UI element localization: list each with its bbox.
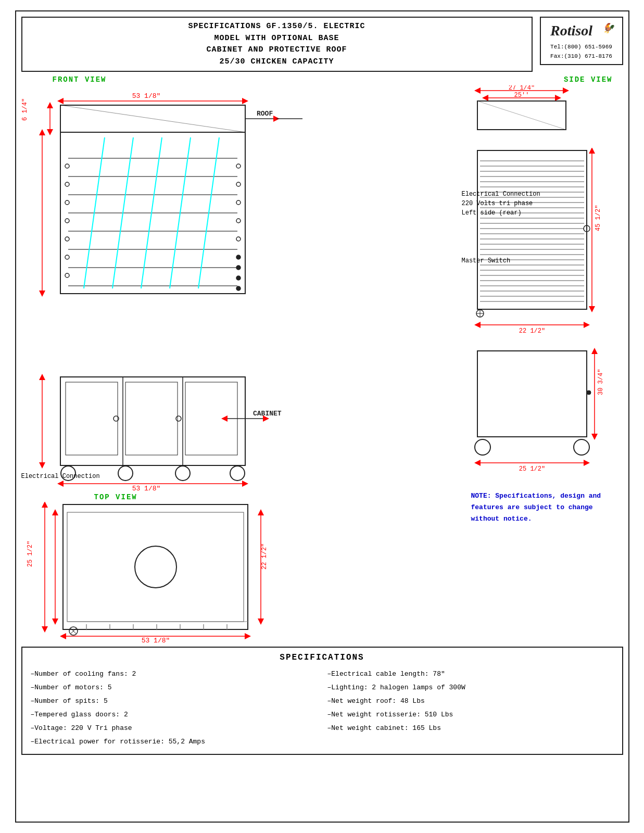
svg-point-35 — [236, 266, 241, 270]
title-line3: CABINET AND PROTECTIVE ROOF — [32, 44, 522, 56]
svg-point-22 — [65, 164, 69, 168]
spec-item: –Net weight roof: 48 Lbs — [327, 695, 614, 708]
side-view-label: SIDE VIEW — [564, 75, 613, 84]
svg-point-23 — [65, 182, 69, 186]
specs-left-col: –Number of cooling fans: 2 –Number of mo… — [31, 667, 317, 749]
svg-point-33 — [236, 237, 241, 241]
svg-line-89 — [477, 101, 566, 130]
note-text: NOTE: Specifications, design and feature… — [471, 490, 619, 525]
svg-point-31 — [236, 200, 241, 205]
svg-text:Rotisol: Rotisol — [550, 22, 592, 39]
svg-text:53  1/8": 53 1/8" — [141, 637, 170, 642]
svg-point-131 — [574, 439, 589, 455]
page: SPECIFICATIONS GF.1350/5. ELECTRIC MODEL… — [15, 10, 629, 823]
top-view-drawing: 27 1/4 25 1/2" 22 1/2" 53 1/8" — [21, 502, 457, 642]
svg-text:45 1/2": 45 1/2" — [595, 205, 602, 231]
logo-tel: Tel:(800) 651-5969 — [546, 43, 617, 52]
svg-point-24 — [65, 200, 69, 205]
front-view-drawing: 53 1/8" 6 1/4" — [21, 85, 457, 377]
svg-point-34 — [236, 255, 241, 259]
svg-text:30 3/4": 30 3/4" — [597, 369, 604, 395]
title-box: SPECIFICATIONS GF.1350/5. ELECTRIC MODEL… — [21, 17, 533, 72]
svg-text:22 1/2": 22 1/2" — [519, 327, 545, 335]
svg-point-29 — [236, 164, 241, 168]
spec-item: –Electrical power for rotisserie: 55,2 A… — [31, 735, 317, 749]
svg-text:22 1/2": 22 1/2" — [261, 544, 268, 570]
svg-point-37 — [236, 286, 241, 291]
svg-point-50 — [176, 416, 181, 421]
svg-point-52 — [118, 466, 133, 481]
spec-item: –Number of cooling fans: 2 — [31, 667, 317, 681]
master-switch-label: Master Switch — [462, 257, 511, 264]
svg-text:ROOF: ROOF — [257, 110, 273, 118]
side-cabinet-drawing: 30 3/4" 25 1/2" — [467, 346, 623, 476]
svg-text:53 1/8": 53 1/8" — [132, 92, 160, 100]
front-view-label: FRONT VIEW — [53, 75, 107, 84]
spec-item: –Voltage: 220 V Tri phase — [31, 722, 317, 735]
svg-rect-43 — [60, 377, 245, 465]
svg-point-68 — [135, 546, 176, 588]
svg-rect-46 — [66, 382, 118, 455]
svg-point-32 — [236, 219, 241, 223]
svg-point-28 — [65, 273, 69, 277]
svg-rect-127 — [477, 351, 587, 437]
svg-text:6 1/4": 6 1/4" — [21, 98, 29, 121]
svg-point-26 — [65, 237, 69, 241]
svg-text:25'': 25'' — [514, 92, 529, 99]
spec-item: –Number of spits: 5 — [31, 695, 317, 708]
svg-rect-47 — [125, 382, 178, 455]
svg-point-54 — [230, 466, 245, 481]
spec-item: –Net weight cabinet: 165 Lbs — [327, 722, 614, 735]
svg-text:CABINET: CABINET — [253, 410, 282, 418]
electrical-connection-label: Electrical Connection — [21, 472, 100, 481]
svg-text:🐓: 🐓 — [601, 22, 615, 34]
svg-rect-67 — [67, 512, 244, 622]
spec-item: –Number of motors: 5 — [31, 681, 317, 695]
svg-rect-92 — [477, 150, 587, 309]
svg-point-25 — [65, 219, 69, 223]
electrical-annotation: Electrical Connection 220 Volts tri phas… — [462, 190, 540, 218]
top-view-label: TOP VIEW — [94, 493, 137, 501]
spec-item: –Lighting: 2 halogen lamps of 300W — [327, 681, 614, 695]
title-line2: MODEL WITH OPTIONAL BASE — [32, 33, 522, 45]
svg-point-30 — [236, 182, 241, 186]
svg-text:27 1/4": 27 1/4" — [508, 85, 534, 92]
svg-text:25 1/2": 25 1/2" — [519, 465, 545, 473]
logo-fax: Fax:(310) 671-8176 — [546, 52, 617, 61]
specs-grid: –Number of cooling fans: 2 –Number of mo… — [31, 667, 614, 749]
note-box: NOTE: Specifications, design and feature… — [467, 486, 623, 529]
specs-right-col: –Electrical cable length: 78" –Lighting:… — [327, 667, 614, 749]
svg-point-36 — [236, 276, 241, 280]
header: SPECIFICATIONS GF.1350/5. ELECTRIC MODEL… — [21, 17, 623, 72]
specifications-section: SPECIFICATIONS –Number of cooling fans: … — [21, 647, 623, 755]
title-line1: SPECIFICATIONS GF.1350/5. ELECTRIC — [32, 21, 522, 33]
svg-line-5 — [60, 105, 245, 132]
spec-item: –Electrical cable length: 78" — [327, 667, 614, 681]
spec-item: –Net weight rotisserie: 510 Lbs — [327, 708, 614, 722]
svg-point-130 — [475, 439, 490, 455]
svg-point-53 — [175, 466, 190, 481]
specs-title: SPECIFICATIONS — [31, 653, 614, 662]
svg-point-27 — [65, 255, 69, 259]
svg-text:53  1/8": 53 1/8" — [132, 485, 160, 491]
logo-box: Rotisol 🐓 Tel:(800) 651-5969 Fax:(310) 6… — [540, 17, 623, 65]
svg-rect-66 — [63, 504, 248, 629]
svg-text:25 1/2": 25 1/2" — [27, 541, 34, 567]
side-main-drawing: 45 1/2" — [467, 148, 623, 346]
svg-point-134 — [587, 390, 591, 395]
side-roof-drawing: 27 1/4" 25'' — [467, 85, 623, 148]
title-line4: 25/30 CHICKEN CAPACITY — [32, 56, 522, 68]
spec-item: –Tempered glass doors: 2 — [31, 708, 317, 722]
logo-name: Rotisol 🐓 — [546, 21, 617, 43]
